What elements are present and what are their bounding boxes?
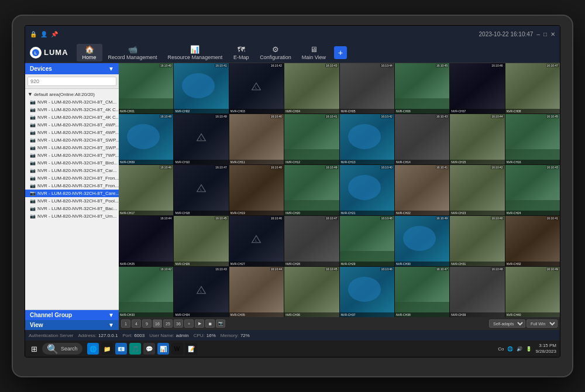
- camera-cell-22[interactable]: 16:10:41NVR-CH22: [395, 165, 449, 215]
- camera-cell-32[interactable]: 16:10:41NVR-CH32: [505, 216, 560, 266]
- tree-item-label-3: NVR - LUM-820-NVR-32CH-8T_4WP...: [37, 122, 119, 128]
- camera-cell-28[interactable]: 16:10:47NVR-CH28: [284, 216, 339, 266]
- window-select[interactable]: Full Win Half Win: [526, 319, 558, 328]
- camera-cell-1[interactable]: 16:10:40NVR-CH01: [119, 63, 173, 114]
- camera-cell-29[interactable]: 16:10:48NVR-CH29: [340, 216, 394, 266]
- camera-cell-24[interactable]: 16:10:43NVR-CH24: [505, 165, 560, 215]
- tree-item-5[interactable]: 📷 NVR - LUM-820-NVR-32CH-8T_SWP...: [25, 136, 119, 144]
- camera-cell-31[interactable]: 16:10:40NVR-CH31: [450, 216, 504, 266]
- camera-cell-33[interactable]: 16:10:42NVR-CH33: [119, 267, 173, 317]
- camera-cell-18[interactable]: L 16:10:47NVR-CH18: [174, 165, 228, 215]
- taskbar-app-6[interactable]: 📊: [157, 343, 169, 355]
- layout-6x6-button[interactable]: 36: [174, 319, 183, 328]
- layout-3x3-button[interactable]: 9: [142, 319, 152, 328]
- camera-cell-36[interactable]: 16:10:45NVR-CH36: [284, 267, 339, 317]
- camera-cell-39[interactable]: 16:10:48NVR-CH39: [450, 267, 504, 317]
- layout-4x4-button[interactable]: 16: [153, 319, 162, 328]
- svg-text:L: L: [200, 290, 202, 293]
- tree-item-2[interactable]: 📷 NVR - LUM-820-NVR-32CH-8T_4K C...: [25, 114, 119, 121]
- camera-cell-9[interactable]: 16:10:48NVR-CH09: [119, 114, 173, 164]
- camera-cell-14[interactable]: 16:10:43NVR-CH14: [395, 114, 449, 164]
- minimize-icon[interactable]: –: [536, 31, 540, 37]
- nav-item-home[interactable]: 🏠 Home: [77, 44, 102, 61]
- close-icon[interactable]: ✕: [550, 31, 555, 37]
- tree-item-4[interactable]: 📷 NVR - LUM-820-NVR-32CH-8T_4WP...: [25, 129, 119, 136]
- device-search-input[interactable]: [27, 77, 116, 86]
- tree-item-13[interactable]: 📷 NVR - LUM-820-NVR-32CH-8T_Pool...: [25, 197, 119, 205]
- tree-item-6[interactable]: 📷 NVR - LUM-820-NVR-32CH-8T_SWP...: [25, 144, 119, 152]
- camera-cell-5[interactable]: 16:10:44NVR-CH05: [340, 63, 394, 114]
- tree-item-label-4: NVR - LUM-820-NVR-32CH-8T_4WP...: [37, 130, 119, 135]
- camera-cell-4[interactable]: 16:10:43NVR-CH04: [284, 63, 339, 114]
- camera-cell-16[interactable]: 16:10:45NVR-CH16: [505, 114, 560, 164]
- scale-select[interactable]: Self-adapts 1:1: [489, 319, 525, 328]
- camera-cell-8[interactable]: 16:10:47NVR-CH08: [505, 63, 560, 114]
- nav-item-emap[interactable]: 🗺 E-Map: [228, 44, 254, 61]
- camera-cell-35[interactable]: 16:10:44NVR-CH35: [229, 267, 284, 317]
- taskbar-app-8[interactable]: 📝: [185, 343, 197, 355]
- tree-item-14[interactable]: 📷 NVR - LUM-820-NVR-32CH-8T_Bac...: [25, 205, 119, 212]
- camera-cell-10[interactable]: L 16:10:49NVR-CH10: [174, 114, 228, 164]
- camera-cell-15[interactable]: 16:10:44NVR-CH15: [450, 114, 504, 164]
- camera-cell-12[interactable]: 16:10:41NVR-CH12: [284, 114, 339, 164]
- tree-item-8[interactable]: 📷 NVR - LUM-820-NVR-32CH-8T_Bird...: [25, 159, 119, 167]
- view-section[interactable]: View ▼: [25, 320, 119, 330]
- nav-item-resource[interactable]: 📊 Resource Management: [163, 44, 228, 61]
- nav-item-config[interactable]: ⚙ Configuration: [255, 44, 296, 61]
- layout-2x2-button[interactable]: 4: [132, 319, 141, 328]
- camera-cell-27[interactable]: L 16:10:46NVR-CH27: [229, 216, 284, 266]
- camera-cell-11[interactable]: 16:10:40NVR-CH11: [229, 114, 284, 164]
- camera-cell-19[interactable]: 16:10:48NVR-CH19: [229, 165, 284, 215]
- camera-cell-3[interactable]: L 16:10:42NVR-CH03: [229, 63, 284, 114]
- camera-cell-23[interactable]: 16:10:42NVR-CH23: [450, 165, 504, 215]
- logo-text: LUMA: [44, 48, 68, 57]
- camera-cell-6[interactable]: 16:10:45NVR-CH06: [395, 63, 449, 114]
- channel-group-section[interactable]: Channel Group ▼: [25, 310, 119, 320]
- add-tab-button[interactable]: +: [334, 46, 347, 59]
- taskbar-app-1[interactable]: 🌐: [87, 343, 99, 355]
- taskbar-search[interactable]: 🔍 Search: [42, 343, 82, 355]
- tree-item-12[interactable]: 📷 NVR - LUM-820-NVR-32CH-8T_Care...: [25, 190, 119, 197]
- capture-button[interactable]: 📷: [216, 319, 225, 328]
- layout-5x5-button[interactable]: 25: [163, 319, 173, 328]
- taskbar-app-5[interactable]: 💬: [143, 343, 155, 355]
- layout-1x1-button[interactable]: 1: [121, 319, 130, 328]
- taskbar-app-3[interactable]: 📧: [115, 343, 127, 355]
- camera-cell-37[interactable]: 16:10:46NVR-CH37: [340, 267, 394, 317]
- cam-time-19: 16:10:48: [270, 166, 283, 169]
- tree-item-11[interactable]: 📷 NVR - LUM-820-NVR-32CH-8T_Fron...: [25, 182, 119, 190]
- layout-custom-button[interactable]: +: [184, 319, 194, 328]
- camera-cell-21[interactable]: 16:10:40NVR-CH21: [340, 165, 394, 215]
- camera-cell-30[interactable]: 16:10:49NVR-CH30: [395, 216, 449, 266]
- tree-expand-icon[interactable]: ▼: [27, 91, 33, 97]
- camera-cell-13[interactable]: 16:10:42NVR-CH13: [340, 114, 394, 164]
- camera-cell-2[interactable]: 16:10:41NVR-CH02: [174, 63, 228, 114]
- camera-cell-25[interactable]: 16:10:44NVR-CH25: [119, 216, 173, 266]
- camera-cell-40[interactable]: 16:10:49NVR-CH40: [505, 267, 560, 317]
- taskbar-app-7[interactable]: W: [171, 343, 183, 355]
- tree-item-9[interactable]: 📷 NVR - LUM-820-NVR-32CH-8T_Car...: [25, 167, 119, 174]
- tree-item-0[interactable]: 📷 NVR - LUM-820-NVR-32CH-8T_CM...: [25, 98, 119, 106]
- camera-cell-26[interactable]: 16:10:45NVR-CH26: [174, 216, 228, 266]
- nav-item-record[interactable]: 📹 Record Management: [104, 44, 162, 61]
- devices-chevron[interactable]: ▼: [108, 66, 114, 72]
- camera-cell-17[interactable]: 16:10:46NVR-CH17: [119, 165, 173, 215]
- taskbar-app-2[interactable]: 📁: [101, 343, 113, 355]
- tree-item-3[interactable]: 📷 NVR - LUM-820-NVR-32CH-8T_4WP...: [25, 121, 119, 129]
- tree-item-10[interactable]: 📷 NVR - LUM-820-NVR-32CH-8T_Fron...: [25, 174, 119, 182]
- tree-item-1[interactable]: 📷 NVR - LUM-820-NVR-32CH-8T_4K C...: [25, 106, 119, 114]
- camera-cell-34[interactable]: L 16:10:43NVR-CH34: [174, 267, 228, 317]
- camera-cell-20[interactable]: 16:10:49NVR-CH20: [284, 165, 339, 215]
- maximize-icon[interactable]: □: [543, 31, 547, 37]
- nav-item-mainview[interactable]: 🖥 Main View: [297, 44, 331, 61]
- tree-item-15[interactable]: 📷 NVR - LUM-820-NVR-32CH-8T_Um...: [25, 212, 119, 220]
- stop-button[interactable]: ⏹: [205, 319, 215, 328]
- memory-value: 72%: [240, 333, 250, 338]
- camera-cell-38[interactable]: 16:10:47NVR-CH38: [395, 267, 449, 317]
- play-button[interactable]: ▶: [195, 319, 204, 328]
- start-button[interactable]: ⊞: [29, 343, 40, 355]
- taskbar-app-4[interactable]: 🎵: [129, 343, 141, 355]
- cam-label-7: NVR-CH07: [450, 109, 504, 114]
- tree-item-7[interactable]: 📷 NVR - LUM-820-NVR-32CH-8T_7WP...: [25, 152, 119, 159]
- camera-cell-7[interactable]: 16:10:46NVR-CH07: [450, 63, 504, 114]
